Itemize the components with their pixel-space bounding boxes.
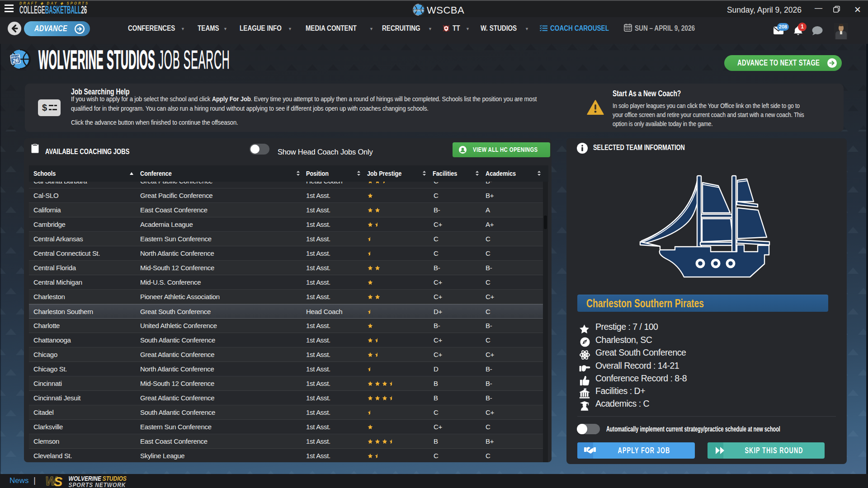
svg-text:26: 26 bbox=[12, 57, 19, 65]
svg-text:SPORTS NETWORK: SPORTS NETWORK bbox=[69, 481, 126, 488]
svg-text:S: S bbox=[54, 475, 63, 488]
svg-text:DDSCB: DDSCB bbox=[414, 9, 424, 12]
